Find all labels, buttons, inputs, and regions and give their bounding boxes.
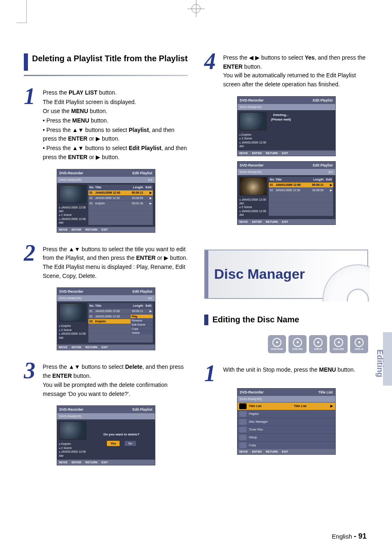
disc-icon: DVD-RAM xyxy=(268,335,286,353)
osd-main-menu: DVD-RecorderTitle List DVD-RAM(VR) Title… xyxy=(237,388,336,455)
subsection-title-edit-disc-name: Editing the Disc Name xyxy=(212,315,299,324)
menu-icon xyxy=(239,435,247,440)
osd-deleting: DVD-RecorderEdit Playlist DVD-RAM(VR) Do… xyxy=(237,96,336,156)
osd-edit-playlist-1: DVD-RecorderEdit Playlist DVD-RAM(VR)1/3… xyxy=(57,169,155,233)
menu-icon xyxy=(239,411,247,417)
disc-icon: DVD-R xyxy=(309,335,327,353)
menu-icon xyxy=(239,427,247,433)
confirm-no-button[interactable]: No xyxy=(124,440,136,447)
step1-text: Press the PLAY LIST button. The Edit Pla… xyxy=(43,88,188,162)
thumbnail-icon xyxy=(59,421,86,440)
step1r-text: With the unit in Stop mode, press the ME… xyxy=(223,366,368,375)
menu-icon xyxy=(239,442,247,448)
step-number-1: 1 xyxy=(24,88,35,104)
menu-icon xyxy=(239,419,247,425)
step-number-2: 2 xyxy=(24,245,35,261)
supported-discs-row: DVD-RAM DVD-RW DVD-R DVD+RW DVD+R xyxy=(204,335,368,353)
confirm-yes-button[interactable]: Yes xyxy=(106,440,120,447)
step2-text: Press the ▲▼ buttons to select the title… xyxy=(43,245,188,281)
osd-after-delete: DVD-RecorderEdit Playlist DVD-RAM(VR)2/2… xyxy=(237,161,336,225)
menu-icon xyxy=(239,403,247,409)
thumbnail-icon xyxy=(59,303,86,322)
crop-mark-tl xyxy=(16,0,27,23)
step4-text: Press the ◀ ▶ buttons to select Yes, and… xyxy=(223,53,368,90)
section-accent xyxy=(24,53,28,71)
osd-edit-playlist-2: DVD-RecorderEdit Playlist DVD-RAM(VR)3/3… xyxy=(57,287,155,350)
feature-banner-disc-manager: Disc Manager xyxy=(204,250,368,299)
disc-graphic-icon xyxy=(308,264,370,301)
disc-icon: DVD+RW xyxy=(330,335,348,353)
registration-mark-top xyxy=(187,0,205,17)
section-title-delete-playlist: Deleting a Playlist Title from the Playl… xyxy=(32,53,188,64)
step3-text: Press the ▲▼ buttons to select Delete, a… xyxy=(43,363,188,399)
side-tab-editing: Editing xyxy=(375,349,385,377)
osd-confirm-delete: DVD-RecorderEdit Playlist DVD-RAM(VR) Do… xyxy=(57,405,155,465)
step-number-1r: 1 xyxy=(204,366,216,382)
step-number-3: 3 xyxy=(24,363,35,379)
section-underline xyxy=(24,75,188,76)
thumbnail-icon xyxy=(59,185,86,203)
page-footer: English - 91 xyxy=(332,532,367,541)
subsection-accent xyxy=(204,315,208,325)
thumbnail-icon xyxy=(240,177,267,195)
thumbnail-icon xyxy=(240,112,267,130)
step-number-4: 4 xyxy=(204,53,216,69)
disc-icon: DVD+R xyxy=(350,335,368,353)
disc-icon: DVD-RW xyxy=(288,335,307,353)
